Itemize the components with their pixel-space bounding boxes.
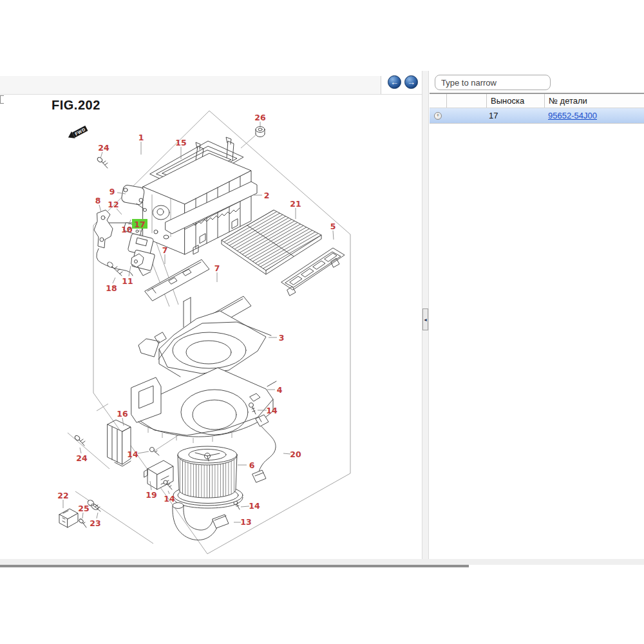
svg-text:5: 5 xyxy=(330,222,336,231)
row-callout-cell: 17 xyxy=(486,111,544,120)
part-bracket-16 xyxy=(108,420,131,466)
header-callout-column[interactable]: Выноска xyxy=(486,94,544,108)
part-screw-25 xyxy=(79,518,86,527)
svg-text:2: 2 xyxy=(264,191,270,200)
svg-text:4: 4 xyxy=(277,385,283,395)
svg-text:3: 3 xyxy=(279,333,285,343)
parts-table-header: Выноска № детали xyxy=(430,93,644,108)
svg-text:18: 18 xyxy=(106,283,117,293)
narrow-filter-input[interactable] xyxy=(435,75,551,90)
svg-text:9: 9 xyxy=(109,187,115,196)
svg-text:15: 15 xyxy=(175,138,186,147)
header-expand-column xyxy=(430,94,446,108)
part-cover-7a xyxy=(145,260,209,301)
parts-table-row-selected[interactable]: + 17 95652-54J00 xyxy=(430,108,644,124)
forward-arrow-button[interactable]: → xyxy=(404,75,418,89)
svg-text:13: 13 xyxy=(240,517,251,527)
horizontal-scrollbar-thumb[interactable] xyxy=(0,565,469,567)
svg-text:14: 14 xyxy=(266,406,278,415)
svg-text:12: 12 xyxy=(108,200,118,209)
svg-text:24: 24 xyxy=(98,143,109,153)
svg-text:6: 6 xyxy=(249,460,255,470)
svg-text:7: 7 xyxy=(162,245,168,255)
svg-text:25: 25 xyxy=(78,504,89,513)
svg-text:1: 1 xyxy=(138,133,144,142)
svg-text:24: 24 xyxy=(76,453,88,463)
header-spare-column xyxy=(446,94,486,108)
part-wire-harness xyxy=(252,415,276,482)
svg-text:8: 8 xyxy=(95,196,101,205)
part-connector-22 xyxy=(59,509,78,527)
part-case-lower xyxy=(131,368,276,443)
svg-text:22: 22 xyxy=(57,491,68,500)
svg-text:21: 21 xyxy=(290,199,301,209)
svg-text:17: 17 xyxy=(134,220,145,229)
svg-text:7: 7 xyxy=(214,263,220,273)
svg-text:11: 11 xyxy=(122,276,133,286)
splitter-collapse-button[interactable]: ◄ xyxy=(422,308,428,330)
forward-arrow-icon: → xyxy=(407,78,415,86)
svg-text:23: 23 xyxy=(90,518,100,528)
part-nut-26 xyxy=(256,127,265,137)
part-blower-fan xyxy=(173,446,243,508)
part-screw-24-top xyxy=(97,156,108,168)
svg-text:14: 14 xyxy=(249,501,260,511)
horizontal-scrollbar-track[interactable] xyxy=(0,559,644,565)
collapse-left-icon: ◄ xyxy=(423,317,428,322)
part-case-upper xyxy=(138,311,271,377)
svg-text:14: 14 xyxy=(164,494,175,504)
back-arrow-icon: ← xyxy=(390,78,399,86)
expand-row-icon[interactable]: + xyxy=(434,112,442,120)
drawing-toolbar-band xyxy=(0,76,381,94)
svg-text:26: 26 xyxy=(254,113,266,122)
part-resistor xyxy=(144,460,173,489)
svg-text:20: 20 xyxy=(290,450,301,459)
svg-text:16: 16 xyxy=(117,409,128,419)
back-arrow-button[interactable]: ← xyxy=(388,75,401,89)
header-partnumber-column[interactable]: № детали xyxy=(544,94,644,108)
svg-text:14: 14 xyxy=(127,450,138,459)
part-filter-cover xyxy=(281,248,345,296)
svg-text:10: 10 xyxy=(121,225,133,234)
svg-text:19: 19 xyxy=(146,490,156,500)
parts-diagram: 1152624221598121017111877341416241419146… xyxy=(0,95,423,560)
part-number-link[interactable]: 95652-54J00 xyxy=(548,111,597,120)
